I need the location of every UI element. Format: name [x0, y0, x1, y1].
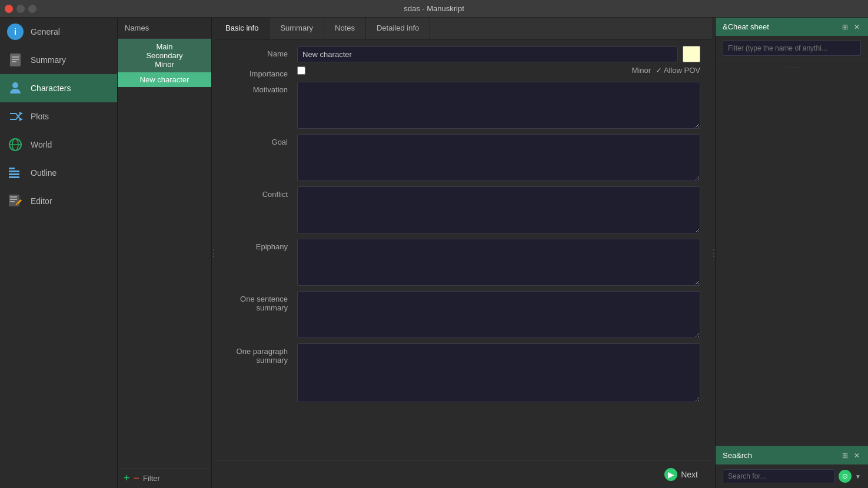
importance-checkbox[interactable]: [297, 66, 305, 75]
divider-dots: ......: [716, 61, 868, 70]
search-input[interactable]: [723, 469, 835, 483]
names-footer: + − Filter: [118, 468, 211, 488]
svg-rect-16: [10, 199, 17, 200]
search-close-button[interactable]: ✕: [853, 452, 861, 460]
doc-icon: [7, 52, 24, 68]
svg-rect-13: [9, 176, 19, 178]
search-icons: ⊞ ✕: [841, 452, 861, 460]
one-paragraph-field: [297, 343, 700, 404]
epiphany-row: Epiphany: [227, 239, 700, 288]
sidebar: i General Summary Characters: [0, 18, 118, 488]
content-footer: ▶ Next: [215, 460, 712, 488]
svg-rect-12: [9, 173, 19, 175]
shuffle-icon: [7, 108, 24, 125]
name-item-new-character[interactable]: New character: [118, 72, 211, 87]
names-group-header: Main Secondary Minor: [118, 39, 211, 72]
tab-notes[interactable]: Notes: [324, 18, 366, 39]
main-layout: i General Summary Characters: [0, 18, 868, 488]
importance-label: Importance: [227, 66, 297, 78]
right-panel: &Cheat sheet ⊞ ✕ ...... Sea&rch ⊞ ✕: [715, 18, 868, 488]
goal-textarea[interactable]: [297, 134, 700, 181]
conflict-label: Conflict: [227, 186, 297, 199]
editor-icon: [7, 193, 24, 209]
sidebar-label-world: World: [31, 140, 52, 149]
search-dropdown-button[interactable]: ▼: [855, 473, 861, 480]
person-icon: [7, 80, 24, 96]
svg-rect-10: [9, 168, 15, 169]
search-pin-button[interactable]: ⊞: [841, 452, 849, 460]
next-button[interactable]: ▶ Next: [660, 466, 703, 483]
tab-basic-info[interactable]: Basic info: [215, 18, 270, 39]
name-field-wrapper: [297, 46, 700, 62]
motivation-textarea[interactable]: [297, 82, 700, 129]
one-sentence-field: [297, 291, 700, 340]
color-swatch[interactable]: [683, 46, 700, 62]
sidebar-item-outline[interactable]: Outline: [0, 159, 117, 187]
sidebar-label-characters: Characters: [31, 83, 71, 93]
search-input-row: ⊙ ▼: [716, 464, 868, 488]
importance-row: Importance Minor ✓ Allow POV: [227, 66, 700, 78]
titlebar-buttons: [5, 5, 36, 13]
cheatsheet-filter-input[interactable]: [723, 41, 861, 56]
info-icon: i: [7, 24, 24, 40]
goal-label: Goal: [227, 134, 297, 146]
svg-rect-1: [12, 56, 19, 58]
minimize-button[interactable]: [16, 5, 25, 13]
epiphany-field: [297, 239, 700, 288]
names-panel: Names Main Secondary Minor New character…: [118, 18, 212, 488]
sidebar-item-summary[interactable]: Summary: [0, 46, 117, 74]
sidebar-item-editor[interactable]: Editor: [0, 187, 117, 215]
svg-marker-6: [19, 118, 23, 121]
epiphany-textarea[interactable]: [297, 239, 700, 286]
one-paragraph-label: One paragraphsummary: [227, 343, 297, 365]
tab-summary[interactable]: Summary: [270, 18, 324, 39]
one-sentence-textarea[interactable]: [297, 291, 700, 338]
svg-rect-3: [12, 61, 16, 62]
goal-row: Goal: [227, 134, 700, 183]
sidebar-item-general[interactable]: i General: [0, 18, 117, 46]
epiphany-label: Epiphany: [227, 239, 297, 251]
name-input[interactable]: [297, 46, 678, 62]
outline-icon: [7, 165, 24, 181]
names-filter-label: Filter: [143, 474, 160, 483]
conflict-field: [297, 186, 700, 235]
names-group-secondary: Secondary: [124, 51, 205, 60]
search-go-button[interactable]: ⊙: [839, 470, 852, 483]
conflict-textarea[interactable]: [297, 186, 700, 233]
search-title: Sea&rch: [723, 451, 752, 460]
close-button[interactable]: [5, 5, 13, 13]
sidebar-item-world[interactable]: World: [0, 131, 117, 159]
allow-pov-label: ✓ Allow POV: [656, 66, 700, 75]
svg-line-18: [16, 203, 17, 205]
importance-field-wrapper: Minor ✓ Allow POV: [297, 66, 700, 75]
sidebar-item-plots[interactable]: Plots: [0, 102, 117, 131]
one-paragraph-textarea[interactable]: [297, 343, 700, 402]
names-list: Main Secondary Minor New character: [118, 39, 211, 468]
names-group-minor: Minor: [124, 60, 205, 69]
search-section: Sea&rch ⊞ ✕ ⊙ ▼: [716, 446, 868, 488]
cheatsheet-title: &Cheat sheet: [723, 22, 769, 31]
titlebar: sdas - Manuskript: [0, 0, 868, 18]
cheatsheet-close-button[interactable]: ✕: [853, 23, 861, 31]
globe-icon: [7, 136, 24, 153]
motivation-row: Motivation: [227, 82, 700, 131]
svg-rect-11: [9, 171, 19, 172]
sidebar-item-characters[interactable]: Characters: [0, 74, 117, 102]
cheatsheet-icons: ⊞ ✕: [841, 23, 861, 31]
names-header-label: Names: [125, 24, 149, 32]
name-row: Name: [227, 46, 700, 62]
search-header: Sea&rch ⊞ ✕: [716, 446, 868, 464]
cheatsheet-pin-button[interactable]: ⊞: [841, 23, 849, 31]
sidebar-label-summary: Summary: [31, 55, 66, 65]
cheatsheet-filter: [716, 36, 868, 61]
add-character-button[interactable]: +: [124, 472, 130, 484]
sidebar-label-general: General: [31, 27, 60, 36]
cheatsheet-header: &Cheat sheet ⊞ ✕: [716, 18, 868, 36]
sidebar-label-plots: Plots: [31, 112, 49, 121]
remove-character-button[interactable]: −: [134, 472, 140, 484]
tab-detailed-info[interactable]: Detailed info: [366, 18, 430, 39]
importance-minor-label: Minor: [631, 66, 651, 75]
maximize-button[interactable]: [28, 5, 36, 13]
tabs-bar: Basic info Summary Notes Detailed info: [215, 18, 712, 40]
content-area: Basic info Summary Notes Detailed info N…: [215, 18, 712, 488]
